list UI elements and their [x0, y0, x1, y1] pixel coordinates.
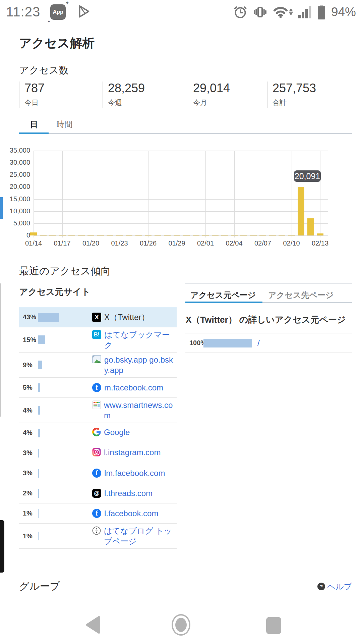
source-site-link[interactable]: fm.facebook.com	[92, 382, 177, 393]
source-row-10[interactable]: 1%はてなブログ トップページ	[19, 524, 177, 549]
scrollbar[interactable]	[0, 283, 1, 417]
source-row-9[interactable]: 1%fl.facebook.com	[19, 503, 177, 524]
source-page-row-0[interactable]: 100%/	[185, 333, 352, 353]
tab-hour[interactable]: 時間	[49, 119, 80, 130]
chart-bar-01/29[interactable]	[174, 235, 180, 235]
chart-bar-02/11[interactable]	[298, 187, 304, 235]
source-site-link[interactable]: www.smartnews.com	[92, 400, 177, 421]
source-row-3[interactable]: 5%fm.facebook.com	[19, 378, 177, 398]
x-axis-label: 02/01	[190, 239, 221, 247]
chart-bar-02/03[interactable]	[221, 235, 228, 235]
x-axis-label: 01/20	[76, 239, 106, 247]
source-row-1[interactable]: 15%B!はてなブックマーク	[19, 327, 177, 353]
source-percent-bar	[38, 489, 92, 498]
gridline	[34, 235, 328, 236]
chart-bar-02/02[interactable]	[212, 235, 219, 235]
chart-bar-01/18[interactable]	[68, 235, 75, 235]
gridline	[34, 223, 328, 224]
chart-bar-02/06[interactable]	[250, 235, 257, 235]
chart-bar-01/28[interactable]	[164, 235, 171, 235]
facebook-icon: f	[92, 383, 101, 392]
chart-bar-02/07[interactable]	[259, 235, 266, 235]
chart-bar-01/25[interactable]	[135, 235, 142, 235]
play-store-icon	[76, 4, 91, 20]
chart-bar-02/05[interactable]	[240, 235, 247, 235]
source-site-name: X（Twitter）	[104, 312, 149, 322]
source-row-7[interactable]: 3%flm.facebook.com	[19, 463, 177, 483]
help-link[interactable]: ? ヘルプ	[317, 581, 352, 592]
source-site-link[interactable]: l.instagram.com	[92, 447, 177, 459]
source-row-8[interactable]: 2%@l.threads.com	[19, 483, 177, 503]
left-edge-drawer-handle[interactable]	[0, 520, 4, 573]
stat-3: 257,753合計	[267, 82, 354, 108]
stat-label: 合計	[273, 98, 354, 107]
chart-bar-01/21[interactable]	[97, 235, 104, 235]
source-percent: 43%	[23, 313, 38, 321]
gridline	[34, 175, 328, 175]
chart-bar-01/19[interactable]	[78, 235, 85, 235]
chart-bar-02/13[interactable]	[317, 233, 323, 235]
chart-bar-01/20[interactable]	[87, 235, 94, 235]
source-row-6[interactable]: 3%l.instagram.com	[19, 443, 177, 463]
source-site-link[interactable]: はてなブログ トップページ	[92, 526, 177, 546]
source-site-link[interactable]: go.bsky.app go.bsky.app	[92, 355, 177, 375]
tab-destination-pages[interactable]: アクセス先ページ	[268, 290, 334, 301]
tab-day[interactable]: 日	[19, 119, 49, 130]
source-site-label[interactable]: XX（Twitter）	[92, 312, 177, 322]
source-site-link[interactable]: Google	[92, 427, 177, 439]
threads-icon: @	[92, 489, 101, 498]
home-button[interactable]	[170, 613, 192, 638]
chart-bar-02/12[interactable]	[307, 218, 314, 235]
chart-bar-01/14[interactable]	[30, 232, 37, 235]
source-site-link[interactable]: @l.threads.com	[92, 488, 177, 498]
stat-value: 257,753	[273, 82, 354, 95]
back-button[interactable]	[84, 615, 101, 636]
chart-bar-01/15[interactable]	[40, 235, 47, 235]
chart-bar-01/22[interactable]	[107, 235, 113, 235]
chart-tooltip: 20,091	[294, 170, 321, 182]
chart-bar-01/23[interactable]	[116, 235, 123, 235]
source-site-name: l.facebook.com	[104, 508, 158, 519]
source-percent-bar	[38, 335, 92, 344]
recents-button[interactable]	[266, 617, 281, 634]
tab-source-pages[interactable]: アクセス元ページ	[190, 290, 256, 301]
stat-value: 787	[24, 82, 103, 95]
groups-title: グループ	[19, 580, 60, 593]
hatena-bookmark-icon: B!	[92, 330, 101, 339]
source-row-0[interactable]: 43%XX（Twitter）	[19, 307, 177, 327]
chart-bar-02/08[interactable]	[269, 235, 276, 235]
google-icon	[92, 428, 101, 439]
chart-bar-02/10[interactable]	[288, 235, 295, 235]
source-row-4[interactable]: 4%www.smartnews.com	[19, 398, 177, 423]
source-pages-list: 100%/	[185, 333, 352, 353]
stat-value: 28,259	[108, 82, 188, 95]
source-site-link[interactable]: flm.facebook.com	[92, 468, 177, 478]
chart-bar-02/09[interactable]	[279, 235, 285, 235]
app-icon-label: App	[53, 9, 63, 15]
source-site-link[interactable]: B!はてなブックマーク	[92, 329, 177, 350]
chart-bar-01/24[interactable]	[126, 235, 132, 235]
source-percent-bar	[38, 383, 92, 392]
source-percent: 4%	[23, 407, 38, 414]
source-row-5[interactable]: 4%Google	[19, 423, 177, 443]
chart-bar-02/04[interactable]	[231, 235, 238, 235]
chart-bar-01/16[interactable]	[49, 235, 56, 235]
source-site-name: m.facebook.com	[104, 382, 163, 393]
stat-label: 今日	[24, 98, 103, 107]
battery-icon	[317, 5, 326, 19]
chart-bar-01/17[interactable]	[59, 235, 66, 235]
page-percent: 100%	[189, 339, 203, 347]
source-sites-panel: アクセス元サイト 43%XX（Twitter）15%B!はてなブックマーク9%g…	[19, 286, 177, 549]
source-percent: 1%	[23, 509, 38, 517]
chart-bar-01/31[interactable]	[193, 235, 199, 235]
chart-bar-01/27[interactable]	[155, 235, 161, 235]
source-row-2[interactable]: 9%go.bsky.app go.bsky.app	[19, 353, 177, 378]
source-site-link[interactable]: fl.facebook.com	[92, 508, 177, 519]
sparkle-icon: ✦	[65, 0, 69, 6]
stat-1: 28,259今週	[103, 82, 188, 108]
chart-bar-01/26[interactable]	[145, 235, 152, 235]
x-axis-label: 02/07	[248, 239, 278, 247]
page-path-link[interactable]: /	[257, 338, 260, 348]
chart-bar-01/30[interactable]	[183, 235, 190, 235]
chart-bar-02/01[interactable]	[202, 235, 209, 235]
